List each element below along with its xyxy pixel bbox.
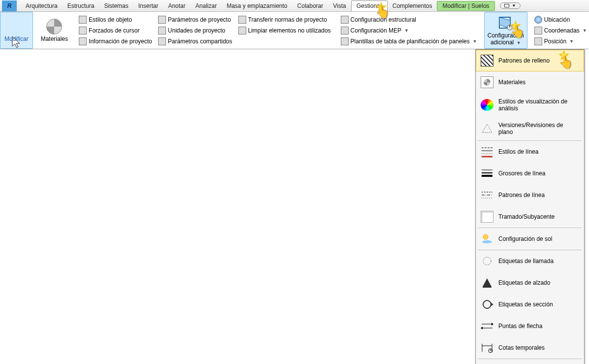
- project-info-icon: [79, 37, 87, 45]
- materiales-label: Materiales: [41, 35, 68, 42]
- label: Forzados de cursor: [89, 27, 139, 34]
- project-params-button[interactable]: Parámetros de proyecto: [158, 14, 232, 25]
- tab-analizar[interactable]: Analizar: [191, 1, 222, 11]
- label: adicional: [491, 39, 514, 46]
- tab-complementos[interactable]: Complementos: [388, 1, 437, 11]
- materials-icon: [46, 19, 62, 34]
- shared-params-icon: [158, 37, 166, 45]
- panel-template-icon: [341, 37, 349, 45]
- location-col: Ubicación Coordenadas ▼ Posición ▼: [531, 12, 589, 49]
- transfer-standards-button[interactable]: Transferir normas de proyecto: [238, 14, 331, 25]
- coordinates-button[interactable]: Coordenadas ▼: [534, 25, 587, 36]
- cursor-icon: [8, 19, 24, 34]
- click-cursor-icon: 👆: [510, 25, 525, 38]
- project-units-icon: [158, 27, 166, 34]
- object-styles-icon: [79, 16, 87, 24]
- structural-icon: [341, 16, 349, 24]
- snaps-button[interactable]: Forzados de cursor: [79, 25, 152, 36]
- label: Información de proyecto: [89, 38, 152, 45]
- project-params-icon: [158, 16, 166, 24]
- tab-estructura[interactable]: Estructura: [63, 1, 99, 11]
- purge-icon: [238, 27, 246, 34]
- app-logo: R: [2, 0, 17, 11]
- label: Limpiar elementos no utilizados: [248, 27, 331, 34]
- box-icon: [504, 4, 509, 7]
- tab-vista[interactable]: Vista: [328, 1, 351, 11]
- coordinates-icon: [534, 27, 542, 34]
- config-col: Configuración estructural Configuración …: [338, 12, 480, 49]
- main-menubar: R Arquitectura Estructura Sistemas Inser…: [0, 0, 589, 12]
- transfer-icon: [238, 16, 246, 24]
- label: Posición: [544, 38, 566, 45]
- modificar-label: Modificar: [4, 35, 29, 42]
- chevron-down-icon: ▼: [569, 39, 574, 44]
- project-info-button[interactable]: Información de proyecto: [79, 36, 152, 47]
- location-button[interactable]: Ubicación: [534, 14, 587, 25]
- settings-col-2: Parámetros de proyecto Unidades de proye…: [155, 12, 235, 49]
- label: Coordenadas: [544, 27, 580, 34]
- settings-col-1: Estilos de objeto Forzados de cursor Inf…: [76, 12, 155, 49]
- structural-settings-button[interactable]: Configuración estructural: [341, 14, 477, 25]
- click-cursor-icon: 👆: [375, 5, 390, 19]
- ribbon: Modificar Materiales Estilos de objeto F…: [0, 12, 589, 49]
- mep-settings-button[interactable]: Configuración MEP ▼: [341, 25, 477, 36]
- label: Parámetros compartidos: [168, 38, 232, 45]
- purge-unused-button[interactable]: Limpiar elementos no utilizados: [238, 25, 331, 36]
- position-icon: [534, 37, 542, 45]
- modificar-button[interactable]: Modificar: [0, 12, 33, 49]
- panel-options-toggle[interactable]: ▼: [500, 2, 521, 9]
- label: Configuración MEP: [351, 27, 401, 34]
- tab-anotar[interactable]: Anotar: [163, 1, 190, 11]
- chevron-down-icon: ▼: [583, 28, 587, 33]
- label: Parámetros de proyecto: [168, 16, 231, 23]
- shared-params-button[interactable]: Parámetros compartidos: [158, 36, 232, 47]
- tab-sistemas[interactable]: Sistemas: [99, 1, 133, 11]
- chevron-down-icon: ▼: [517, 40, 521, 45]
- globe-icon: [534, 16, 542, 24]
- label: Transferir normas de proyecto: [248, 16, 327, 23]
- tab-arquitectura[interactable]: Arquitectura: [21, 1, 63, 11]
- project-units-button[interactable]: Unidades de proyecto: [158, 25, 232, 36]
- tab-colaborar[interactable]: Colaborar: [293, 1, 328, 11]
- chevron-down-icon: ▼: [512, 3, 516, 8]
- materiales-button[interactable]: Materiales: [37, 12, 72, 49]
- label: Plantillas de tabla de planificación de …: [351, 38, 470, 45]
- object-styles-button[interactable]: Estilos de objeto: [79, 14, 152, 25]
- settings-col-3: Transferir normas de proyecto Limpiar el…: [235, 12, 334, 49]
- panel-schedule-templates-button[interactable]: Plantillas de tabla de planificación de …: [341, 36, 477, 47]
- label: Unidades de proyecto: [168, 27, 226, 34]
- snaps-icon: [79, 27, 87, 34]
- tab-modificar-suelos[interactable]: Modificar | Suelos: [437, 1, 494, 11]
- label: Ubicación: [544, 16, 570, 23]
- mep-icon: [341, 27, 349, 34]
- position-button[interactable]: Posición ▼: [534, 36, 587, 47]
- tab-insertar[interactable]: Insertar: [133, 1, 164, 11]
- chevron-down-icon: ▼: [404, 28, 409, 33]
- tab-masa[interactable]: Masa y emplazamiento: [222, 1, 292, 11]
- chevron-down-icon: ▼: [473, 39, 477, 44]
- label: Estilos de objeto: [89, 16, 132, 23]
